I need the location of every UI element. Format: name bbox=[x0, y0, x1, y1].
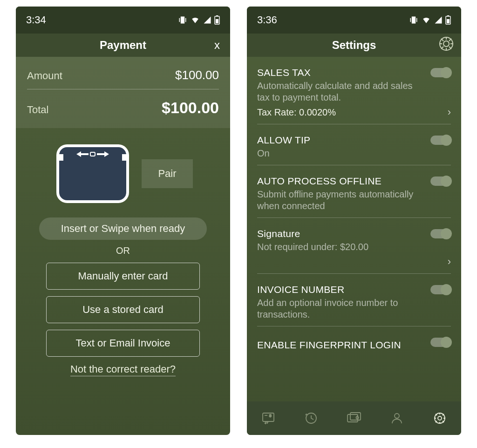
nav-history-icon[interactable] bbox=[303, 410, 320, 427]
or-separator: OR bbox=[16, 245, 230, 256]
toggle-switch[interactable] bbox=[430, 136, 451, 145]
clock: 3:36 bbox=[257, 14, 277, 26]
svg-rect-5 bbox=[122, 154, 128, 161]
nav-settings-icon[interactable] bbox=[431, 410, 448, 427]
setting-invoice-number[interactable]: INVOICE NUMBER Add an optional invoice n… bbox=[257, 274, 451, 326]
clock: 3:34 bbox=[26, 14, 46, 26]
email-invoice-button[interactable]: Text or Email Invoice bbox=[46, 330, 200, 357]
chevron-right-icon[interactable]: › bbox=[448, 106, 451, 118]
page-title: Payment bbox=[100, 39, 146, 52]
nav-profile-icon[interactable] bbox=[388, 410, 405, 427]
svg-rect-11 bbox=[447, 19, 450, 23]
total-label: Total bbox=[27, 104, 48, 116]
amount-row: Amount $100.00 bbox=[27, 65, 219, 89]
total-value: $100.00 bbox=[162, 99, 219, 117]
setting-title: AUTO PROCESS OFFLINE bbox=[257, 176, 451, 187]
chevron-right-icon[interactable]: › bbox=[448, 256, 451, 268]
signal-icon bbox=[203, 16, 211, 24]
setting-desc: Add an optional invoice number to transa… bbox=[257, 297, 416, 320]
svg-rect-3 bbox=[58, 146, 128, 202]
vibrate-icon bbox=[178, 15, 187, 25]
svg-rect-1 bbox=[216, 15, 218, 16]
amount-label: Amount bbox=[27, 70, 62, 82]
header: Settings bbox=[247, 34, 461, 57]
reader-zone: Pair bbox=[16, 141, 230, 206]
svg-rect-4 bbox=[58, 154, 63, 161]
wrong-reader-link[interactable]: Not the correct reader? bbox=[16, 363, 230, 375]
help-icon[interactable] bbox=[438, 35, 455, 55]
status-bar: 3:36 bbox=[247, 7, 461, 34]
setting-desc: On bbox=[257, 148, 416, 159]
swipe-message: Insert or Swipe when ready bbox=[39, 217, 207, 240]
svg-rect-22 bbox=[263, 413, 274, 421]
toggle-switch[interactable] bbox=[430, 285, 451, 294]
setting-title: INVOICE NUMBER bbox=[257, 284, 451, 295]
setting-title: ALLOW TIP bbox=[257, 135, 451, 146]
battery-icon bbox=[214, 15, 220, 25]
svg-point-13 bbox=[443, 41, 449, 47]
vibrate-icon bbox=[409, 15, 418, 25]
svg-point-30 bbox=[356, 417, 359, 419]
svg-point-32 bbox=[395, 414, 399, 418]
nav-terminal-icon[interactable]: $ bbox=[260, 410, 277, 427]
toggle-switch[interactable] bbox=[430, 229, 451, 238]
setting-sales-tax[interactable]: SALES TAX Automatically calculate and ad… bbox=[257, 57, 451, 124]
setting-auto-process-offline[interactable]: AUTO PROCESS OFFLINE Submit offline paym… bbox=[257, 165, 451, 218]
toggle-switch[interactable] bbox=[430, 338, 451, 347]
wifi-icon bbox=[190, 16, 200, 24]
svg-text:$: $ bbox=[269, 414, 272, 418]
setting-title: SALES TAX bbox=[257, 67, 451, 78]
amount-value: $100.00 bbox=[175, 68, 219, 82]
payment-screen: 3:34 Payment x Amount $100.00 Total $100… bbox=[16, 7, 230, 435]
settings-list[interactable]: SALES TAX Automatically calculate and ad… bbox=[247, 57, 461, 401]
pair-button[interactable]: Pair bbox=[142, 159, 193, 188]
manual-entry-button[interactable]: Manually enter card bbox=[46, 263, 200, 290]
toggle-switch[interactable] bbox=[430, 68, 451, 77]
setting-subvalue: Tax Rate: 0.0020% bbox=[257, 107, 336, 118]
header: Payment x bbox=[16, 34, 230, 57]
amount-box: Amount $100.00 Total $100.00 bbox=[16, 57, 230, 128]
status-bar: 3:34 bbox=[16, 7, 230, 34]
svg-rect-10 bbox=[447, 15, 449, 16]
svg-rect-29 bbox=[350, 413, 361, 420]
setting-desc: Submit offline payments automatically wh… bbox=[257, 189, 416, 212]
total-row: Total $100.00 bbox=[27, 89, 219, 123]
page-title: Settings bbox=[332, 39, 376, 52]
svg-point-34 bbox=[435, 413, 445, 423]
settings-screen: 3:36 Settings SALES TAX Automatically ca… bbox=[247, 7, 461, 435]
svg-rect-2 bbox=[216, 19, 218, 23]
wifi-icon bbox=[421, 16, 431, 24]
setting-signature[interactable]: Signature Not required under: $20.00 › bbox=[257, 218, 451, 274]
setting-fingerprint-login[interactable]: ENABLE FINGERPRINT LOGIN bbox=[257, 326, 451, 356]
card-reader-icon bbox=[53, 141, 132, 206]
setting-title: ENABLE FINGERPRINT LOGIN bbox=[257, 339, 451, 351]
setting-allow-tip[interactable]: ALLOW TIP On bbox=[257, 124, 451, 165]
setting-desc: Not required under: $20.00 bbox=[257, 241, 416, 253]
nav-vault-icon[interactable] bbox=[346, 410, 362, 427]
signal-icon bbox=[434, 16, 443, 24]
toggle-switch[interactable] bbox=[430, 176, 451, 186]
svg-rect-8 bbox=[97, 153, 104, 155]
svg-point-33 bbox=[438, 416, 442, 420]
stored-card-button[interactable]: Use a stored card bbox=[46, 296, 200, 323]
setting-title: Signature bbox=[257, 228, 451, 239]
svg-rect-6 bbox=[81, 153, 89, 155]
close-button[interactable]: x bbox=[214, 39, 220, 52]
battery-icon bbox=[445, 15, 451, 25]
bottom-nav: $ bbox=[247, 401, 461, 435]
setting-desc: Automatically calculate and add sales ta… bbox=[257, 80, 416, 103]
